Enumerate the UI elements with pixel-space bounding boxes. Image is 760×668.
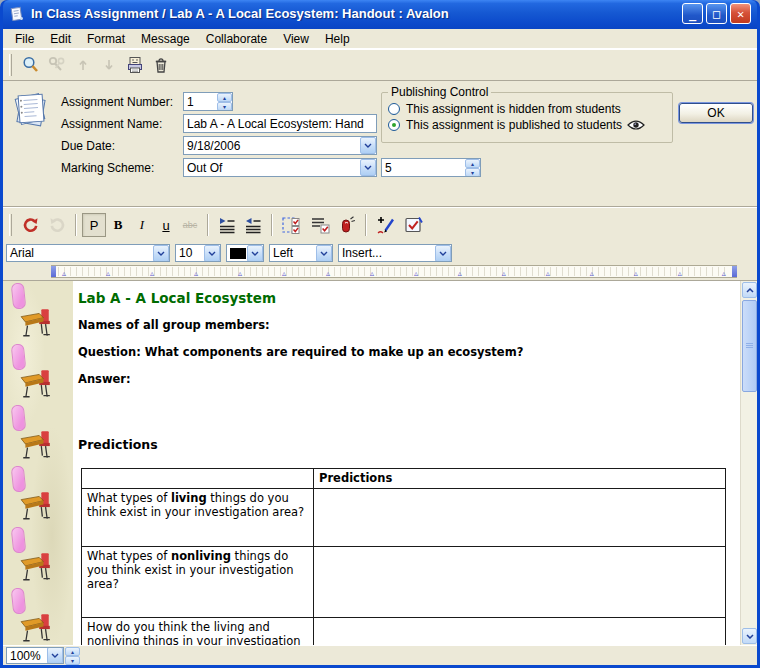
eraser-graphic: [11, 404, 27, 431]
menu-format[interactable]: Format: [79, 30, 133, 48]
maximize-button[interactable]: □: [706, 3, 727, 24]
undo-icon[interactable]: [18, 213, 44, 237]
ruler-tab-markers: ▵▵▵▵▵▵▵▵▵▵▵▵▵▵▵▵: [62, 269, 726, 278]
vertical-scrollbar[interactable]: [740, 281, 757, 645]
menu-message[interactable]: Message: [133, 30, 198, 48]
assignment-name-field[interactable]: [183, 114, 377, 133]
question-cell: How do you think the living and nonlivin…: [82, 618, 314, 646]
underline-button[interactable]: u: [154, 213, 178, 237]
right-indent-marker[interactable]: [732, 266, 737, 277]
chevron-down-icon[interactable]: [360, 137, 376, 154]
chevron-down-icon[interactable]: [247, 245, 263, 262]
eye-icon: [627, 119, 645, 131]
menu-collaborate[interactable]: Collaborate: [198, 30, 275, 48]
insert-checkbox-list-icon[interactable]: [306, 213, 334, 237]
desk-icon: [19, 551, 53, 583]
title-bar[interactable]: In Class Assignment / Lab A - A Local Ec…: [3, 0, 757, 29]
font-color-combobox[interactable]: [226, 244, 264, 262]
close-button[interactable]: ✕: [730, 3, 751, 24]
left-indent-marker[interactable]: [51, 266, 56, 277]
table-row: What types of nonliving things do you th…: [82, 547, 726, 618]
chevron-down-icon[interactable]: [316, 245, 332, 262]
answer-cell[interactable]: [314, 489, 726, 547]
redo-icon: [44, 213, 70, 237]
italic-button[interactable]: I: [130, 213, 154, 237]
table-row: What types of living things do you think…: [82, 489, 726, 547]
ruler[interactable]: ▵▵▵▵▵▵▵▵▵▵▵▵▵▵▵▵: [3, 263, 757, 280]
desk-icon: [19, 307, 53, 339]
assignment-icon: [11, 89, 51, 131]
toolbar-grip[interactable]: [9, 214, 12, 236]
marking-points-spinner[interactable]: ▴▾: [465, 159, 480, 177]
publishing-control-legend: Publishing Control: [388, 85, 491, 99]
delete-icon[interactable]: [148, 52, 174, 78]
scrollbar-thumb[interactable]: [742, 300, 757, 392]
menu-view[interactable]: View: [275, 30, 317, 48]
chevron-down-icon[interactable]: [204, 245, 220, 262]
answer-cell[interactable]: [314, 618, 726, 646]
font-size-combobox[interactable]: 10: [175, 244, 221, 262]
assignment-number-spinner[interactable]: ▴▾: [217, 93, 232, 111]
table-header-predictions: Predictions: [314, 469, 726, 489]
margin-art-unit: [3, 342, 73, 403]
format-bar: Arial 10 Left: [3, 243, 757, 263]
insert-marker-icon[interactable]: [334, 213, 360, 237]
paragraph-button[interactable]: P: [82, 213, 106, 237]
print-icon[interactable]: [122, 52, 148, 78]
document-area[interactable]: Lab A - A Local Ecosystem Names of all g…: [3, 280, 757, 645]
names-line: Names of all group members:: [78, 318, 734, 333]
question-cell: What types of living things do you think…: [82, 489, 314, 547]
due-date-combobox[interactable]: 9/18/2006: [183, 136, 377, 155]
search-icon[interactable]: [18, 52, 44, 78]
margin-art-unit: [3, 586, 73, 645]
outdent-icon[interactable]: [240, 213, 266, 237]
chevron-down-icon[interactable]: [47, 647, 63, 664]
align-combobox[interactable]: Left: [269, 244, 333, 262]
radio-published-option[interactable]: This assignment is published to students: [388, 118, 666, 132]
main-toolbar: [3, 49, 757, 81]
ok-button[interactable]: OK: [679, 103, 753, 123]
marking-scheme-combobox[interactable]: Out Of: [183, 158, 377, 177]
eraser-graphic: [11, 526, 27, 553]
chevron-down-icon[interactable]: [435, 245, 451, 262]
desk-icon: [19, 612, 53, 644]
indent-icon[interactable]: [214, 213, 240, 237]
scroll-up-icon[interactable]: [742, 282, 757, 298]
eraser-graphic: [11, 587, 27, 614]
menu-help[interactable]: Help: [317, 30, 358, 48]
radio-hidden-label: This assignment is hidden from students: [406, 102, 621, 116]
document-content[interactable]: Lab A - A Local Ecosystem Names of all g…: [73, 281, 740, 645]
menu-edit[interactable]: Edit: [42, 30, 79, 48]
radio-hidden-option[interactable]: This assignment is hidden from students: [388, 102, 666, 116]
app-icon: [9, 6, 25, 22]
eraser-graphic: [11, 343, 27, 370]
radio-button-icon[interactable]: [388, 103, 400, 115]
assignment-number-label: Assignment Number:: [61, 95, 173, 109]
scroll-down-icon[interactable]: [742, 628, 757, 644]
bold-button[interactable]: B: [106, 213, 130, 237]
zoom-combobox[interactable]: 100%: [6, 647, 64, 664]
strikethrough-button: abc: [178, 213, 202, 237]
insert-checkbox-selection-icon[interactable]: [278, 213, 306, 237]
font-family-combobox[interactable]: Arial: [6, 244, 170, 262]
zoom-spinner[interactable]: ▴▾: [65, 647, 80, 664]
predictions-table: Predictions What types of living things …: [81, 468, 726, 645]
menu-bar: File Edit Format Message Collaborate Vie…: [3, 29, 757, 49]
menu-file[interactable]: File: [7, 30, 42, 48]
minimize-button[interactable]: _: [682, 3, 703, 24]
toolbar-grip[interactable]: [9, 54, 12, 76]
assignment-number-field[interactable]: 1 ▴▾: [183, 92, 233, 111]
answer-cell[interactable]: [314, 547, 726, 618]
margin-art-unit: [3, 525, 73, 586]
radio-button-selected-icon[interactable]: [388, 119, 400, 131]
chevron-down-icon[interactable]: [153, 245, 169, 262]
chevron-down-icon[interactable]: [360, 159, 376, 176]
marking-points-field[interactable]: 5 ▴▾: [381, 158, 481, 177]
review-checkbox-icon[interactable]: [400, 213, 428, 237]
stationery-margin: [3, 281, 73, 645]
question-cell: What types of nonliving things do you th…: [82, 547, 314, 618]
assignment-name-input[interactable]: [184, 117, 376, 131]
insert-combobox[interactable]: Insert...: [338, 244, 452, 262]
margin-art-unit: [3, 464, 73, 525]
annotate-pen-icon[interactable]: [372, 213, 400, 237]
